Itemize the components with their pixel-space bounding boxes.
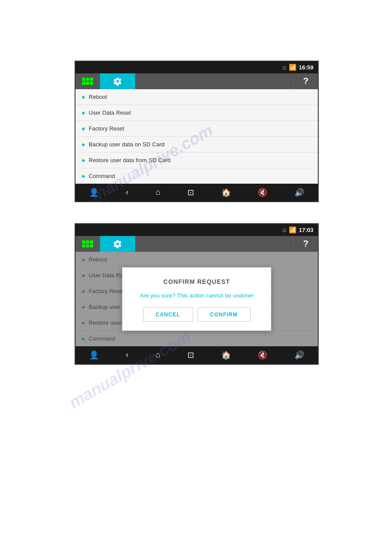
nav-settings-button-1[interactable] [100,73,135,89]
signal-icon-2: 📶 [289,226,296,233]
dialog-title: CONFIRM REQUEST [131,278,262,285]
menu-item-label-factory-1: Factory Reset [89,125,124,132]
menu-item-backup-1[interactable]: ◆ Backup user data on SD Card [76,137,318,152]
menu-item-label-reboot-1: Reboot [89,94,107,100]
recents-icon-2[interactable]: ⊡ [185,350,197,360]
cancel-button[interactable]: CANCEL [143,308,193,322]
bullet-icon-2: ◆ [82,110,85,115]
bottom-bar-2: 👤 ‹ ⌂ ⊡ 🏠 🔇 🔊 [76,346,318,364]
menu-item-label-command-1: Command [89,173,115,179]
screen1: ⌂ 📶 16:59 ? [75,61,319,202]
nav-help-button-1[interactable]: ? [293,73,318,89]
nav-bar-2: ? [76,236,318,252]
nav-home-icon-1[interactable]: 🏠 [219,188,234,197]
gear-icon-2 [113,239,122,248]
status-icons-2: ⌂ 📶 17:03 [282,226,313,233]
status-icons-1: ⌂ 📶 16:59 [282,64,313,71]
menu-item-userdata-1[interactable]: ◆ User Data Reset [76,105,318,121]
menu-item-reboot-1[interactable]: ◆ Reboot [76,89,318,105]
status-bar-2: ⌂ 📶 17:03 [76,224,318,236]
nav-help-button-2[interactable]: ? [293,236,318,252]
dialog-overlay: CONFIRM REQUEST Are you sure? This actio… [76,252,318,346]
menu-list-1: ◆ Reboot ◆ User Data Reset ◆ Factory Res… [76,89,318,184]
mute-icon-1[interactable]: 🔇 [255,188,270,197]
dialog-message: Are you sure? This action cannot be undo… [131,292,262,299]
bullet-icon-5: ◆ [82,158,85,163]
avatar-icon-2: 👤 [86,350,101,360]
volume-icon-2[interactable]: 🔊 [292,350,307,360]
dialog-message-highlight: This action cannot be undone! [177,292,253,299]
home-icon-2[interactable]: ⌂ [153,350,163,359]
nav-apps-button-2[interactable] [76,236,100,252]
menu-item-restore-1[interactable]: ◆ Restore user data from SD Card [76,152,318,168]
menu-content-1: ◆ Reboot ◆ User Data Reset ◆ Factory Res… [76,89,318,184]
nav-bar-1: ? [76,73,318,89]
confirm-button[interactable]: CONFIRM [198,308,251,322]
gear-icon-1 [113,77,122,86]
avatar-icon-1: 👤 [86,188,101,197]
dialog-buttons: CANCEL CONFIRM [131,308,262,322]
back-icon-2[interactable]: ‹ [123,350,131,359]
menu-content-2: ◆ Reboot ◆ User Data Rese... ◆ Factory R… [76,252,318,346]
time-display-1: 16:59 [299,64,313,71]
bullet-icon-4: ◆ [82,142,85,147]
dialog-message-prefix: Are you sure? [140,292,177,299]
home-status-icon-1: ⌂ [282,64,286,71]
confirm-dialog: CONFIRM REQUEST Are you sure? This actio… [122,267,271,331]
bullet-icon-3: ◆ [82,126,85,131]
time-display-2: 17:03 [299,227,313,233]
menu-item-label-userdata-1: User Data Reset [89,109,131,116]
signal-icon-1: 📶 [289,64,296,71]
menu-item-command-1[interactable]: ◆ Command [76,168,318,184]
screen2: ⌂ 📶 17:03 ? [75,223,319,365]
apps-grid-icon-2 [82,240,93,247]
bottom-bar-1: 👤 ‹ ⌂ ⊡ 🏠 🔇 🔊 [76,184,318,201]
nav-settings-button-2[interactable] [100,236,135,252]
bullet-icon-1: ◆ [82,94,85,99]
menu-item-label-restore-1: Restore user data from SD Card [89,157,170,163]
home-icon-1[interactable]: ⌂ [153,188,163,197]
home-status-icon-2: ⌂ [282,226,286,233]
bullet-icon-6: ◆ [82,174,85,178]
back-icon-1[interactable]: ‹ [123,188,131,197]
apps-grid-icon-1 [82,78,93,85]
menu-item-factory-1[interactable]: ◆ Factory Reset [76,121,318,137]
volume-icon-1[interactable]: 🔊 [292,188,307,197]
recents-icon-1[interactable]: ⊡ [185,188,197,197]
status-bar-1: ⌂ 📶 16:59 [76,62,318,73]
nav-apps-button-1[interactable] [76,73,100,89]
menu-item-label-backup-1: Backup user data on SD Card [89,141,165,148]
nav-home-icon-2[interactable]: 🏠 [219,350,234,360]
mute-icon-2[interactable]: 🔇 [255,350,270,360]
